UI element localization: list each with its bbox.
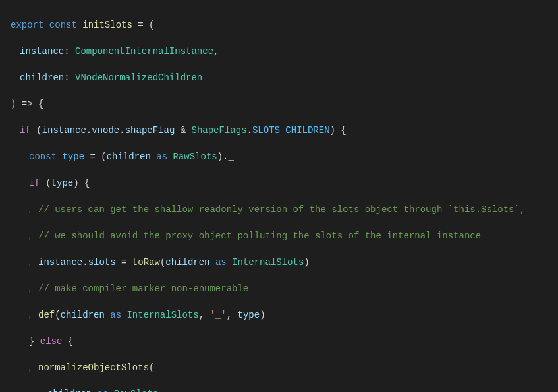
comment: // we should avoid the proxy object poll… (38, 231, 481, 241)
type: VNodeNormalizedChildren (75, 72, 202, 83)
keyword-export: export (11, 20, 43, 30)
code-line: } else { (5, 335, 558, 348)
identifier: initSlots (82, 20, 132, 30)
keyword-if: if (20, 125, 31, 136)
code-line: children: VNodeNormalizedChildren (5, 71, 558, 84)
comment: // make compiler marker non-enumerable (38, 283, 248, 294)
string: '_' (209, 310, 226, 320)
code-line: def(children as InternalSlots, '_', type… (5, 308, 558, 322)
code-line: const type = (children as RawSlots)._ (5, 150, 558, 163)
code-line: instance.slots = toRaw(children as Inter… (5, 256, 558, 269)
keyword-const: const (49, 20, 77, 30)
code-line: instance: ComponentInternalInstance, (5, 45, 558, 58)
param: children (20, 72, 64, 83)
code-line: // we should avoid the proxy object poll… (5, 229, 558, 242)
type: ComponentInternalInstance (75, 46, 213, 57)
code-line: if (instance.vnode.shapeFlag & ShapeFlag… (5, 124, 558, 137)
code-editor[interactable]: export const initSlots = ( instance: Com… (0, 0, 558, 392)
punct: ) => { (11, 99, 43, 109)
comment: // users can get the shallow readonly ve… (38, 204, 525, 215)
code-line: export const initSlots = ( (5, 18, 558, 32)
param: instance (20, 46, 64, 57)
code-line: children as RawSlots, (5, 387, 558, 392)
punct: = ( (132, 20, 155, 30)
code-line: if (type) { (5, 177, 558, 190)
code-line: // make compiler marker non-enumerable (5, 282, 558, 295)
code-line: // users can get the shallow readonly ve… (5, 203, 558, 216)
code-line: ) => { (5, 98, 558, 111)
code-line: normalizeObjectSlots( (5, 361, 558, 374)
